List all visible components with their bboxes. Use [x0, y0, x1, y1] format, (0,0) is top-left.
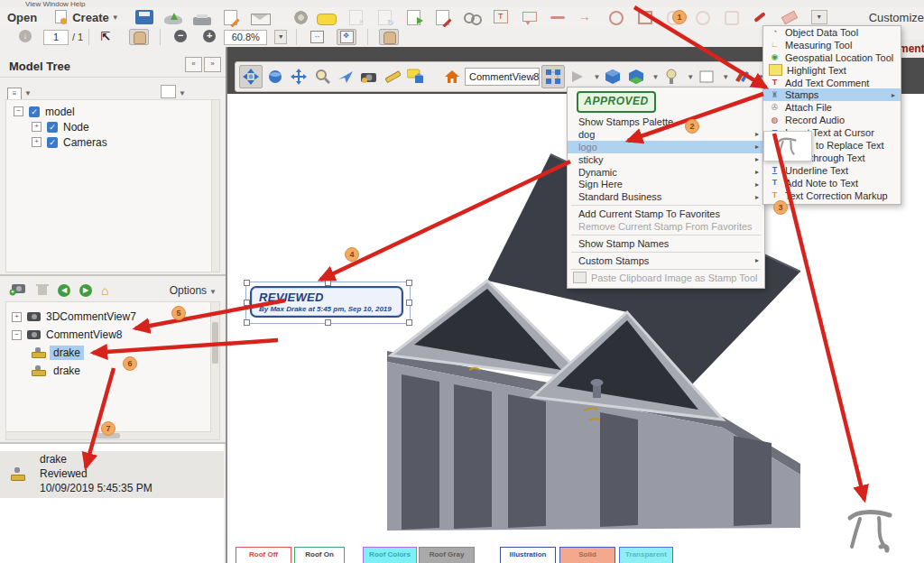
link-icon[interactable]	[463, 10, 481, 24]
model-color-dropdown-arrow[interactable]: ▼	[651, 73, 659, 81]
hand-tool-icon[interactable]	[129, 29, 149, 45]
roof-on-button[interactable]: Roof On	[294, 547, 345, 563]
view-item-3dcommentview7[interactable]: + 3DCommentView7	[6, 308, 219, 326]
default-view-home-icon[interactable]	[441, 66, 463, 88]
roof-colors-button[interactable]: Roof Colors	[363, 547, 417, 563]
play-animation-icon[interactable]	[567, 66, 588, 88]
menu-item-show-stamps-palette[interactable]: Show Stamps Palette	[568, 115, 764, 128]
zoom-dropdown-arrow[interactable]: ▼	[273, 30, 285, 44]
tree-item-node[interactable]: + ✓ Node	[6, 119, 219, 134]
menu-item-highlight-text[interactable]: Highlight Text	[763, 64, 901, 77]
roof-gray-button[interactable]: Roof Gray	[419, 547, 475, 563]
menu-item-record-audio[interactable]: ◍Record Audio	[763, 114, 901, 126]
model-color-cube-icon[interactable]	[625, 66, 647, 88]
settings-gear-icon[interactable]	[294, 11, 308, 24]
lighting-dropdown-arrow[interactable]: ▼	[687, 73, 694, 81]
eraser-tool-icon[interactable]	[781, 10, 799, 24]
background-color-swatch[interactable]	[696, 66, 717, 88]
more-tools-dropdown[interactable]: ▼	[809, 10, 827, 24]
menu-item-standard-business[interactable]: Standard Business▸	[568, 190, 764, 203]
textbox-tool-icon[interactable]: T	[492, 10, 510, 24]
circle-tool-icon[interactable]	[607, 10, 625, 24]
callout-tool-icon[interactable]	[521, 10, 539, 24]
menu-item-measuring-tool[interactable]: ∟Measuring Tool	[763, 39, 901, 51]
next-view-icon[interactable]: ▶	[79, 284, 92, 297]
menu-item-dog[interactable]: dog▸	[568, 128, 764, 141]
menu-item-add-note-to-text[interactable]: TAdd Note to Text	[763, 177, 901, 189]
reviewed-stamp[interactable]: REVIEWED By Max Drake at 5:45 pm, Sep 10…	[250, 286, 403, 318]
play-dropdown-arrow[interactable]: ▼	[593, 73, 600, 81]
page-down-icon[interactable]: ↓	[16, 30, 34, 44]
rotate-tool-icon[interactable]	[239, 65, 263, 88]
menu-item-sign-here[interactable]: Sign Here▸	[568, 178, 764, 190]
pan-tool-icon[interactable]	[288, 66, 310, 88]
pencil-tool-icon[interactable]	[752, 10, 770, 24]
approved-stamp-preview[interactable]: APPROVED	[577, 91, 656, 113]
menu-item-stamps[interactable]: ♜Stamps▸	[763, 88, 901, 101]
cloud-upload-icon[interactable]	[164, 15, 182, 24]
transparent-button[interactable]: Transparent	[619, 547, 673, 563]
stamp-tool-icon[interactable]	[694, 10, 712, 24]
create-dropdown-arrow[interactable]: ▼	[112, 14, 119, 22]
lighting-icon[interactable]	[661, 66, 682, 88]
tree-item-model[interactable]: − ✓ model	[6, 104, 219, 119]
checkbox-checked-icon[interactable]: ✓	[47, 122, 58, 133]
open-button[interactable]: Open	[7, 11, 37, 24]
camera-view-icon[interactable]	[358, 66, 380, 88]
home-view-icon[interactable]: ⌂	[101, 284, 108, 297]
measure-tool-icon[interactable]	[382, 66, 403, 88]
select-tool-icon[interactable]: ⇱	[100, 30, 118, 44]
comment-panel-tab-fragment[interactable]: ment	[899, 40, 924, 58]
doc-edit-icon[interactable]	[434, 10, 452, 24]
save-icon[interactable]	[135, 10, 153, 24]
menu-item-sticky[interactable]: sticky▸	[568, 153, 764, 166]
polygon-tool-icon[interactable]	[723, 10, 741, 24]
views-options-button[interactable]: Options▼	[170, 284, 217, 297]
print-icon[interactable]	[193, 17, 211, 25]
create-button[interactable]: Create	[72, 11, 108, 24]
model-tree-scrollbar[interactable]	[211, 100, 219, 272]
tree-color-swatch[interactable]: ▼	[161, 83, 186, 99]
fill-sign-icon[interactable]	[222, 10, 240, 24]
checkbox-checked-icon[interactable]: ✓	[47, 137, 58, 148]
zoom-in-icon[interactable]: +	[200, 30, 218, 44]
doc-import-icon[interactable]	[405, 10, 423, 24]
view-item-commentview8[interactable]: − CommentView8	[6, 326, 219, 344]
add-view-camera-icon[interactable]	[9, 282, 27, 300]
delete-view-trash-icon[interactable]	[36, 282, 49, 300]
comment-row-selected[interactable]: drake Reviewed 10/09/2019 5:45:35 PM	[0, 451, 224, 498]
checkbox-checked-icon[interactable]: ✓	[29, 106, 40, 117]
model-tree-toggle-icon[interactable]	[541, 65, 565, 88]
illustration-button[interactable]: Illustration	[500, 547, 556, 563]
spin-tool-icon[interactable]	[264, 66, 286, 88]
menu-item-text-correction[interactable]: TText Correction Markup	[763, 189, 901, 202]
expand-box-icon[interactable]: +	[32, 137, 42, 147]
background-dropdown-arrow[interactable]: ▼	[722, 73, 729, 81]
expand-box-icon[interactable]: +	[32, 122, 42, 132]
pi-logo-stamp[interactable]	[845, 503, 899, 556]
menu-item-dynamic[interactable]: Dynamic▸	[568, 166, 764, 179]
collapse-box-icon[interactable]: −	[12, 330, 22, 340]
pan-zoom-icon[interactable]	[379, 29, 399, 45]
menu-item-add-current-stamp[interactable]: Add Current Stamp To Favorites	[568, 208, 764, 220]
arrow-tool-icon[interactable]: →	[578, 10, 596, 24]
comment-bubble-icon[interactable]	[317, 14, 337, 25]
tree-item-cameras[interactable]: + ✓ Cameras	[6, 134, 219, 150]
fit-page-icon[interactable]	[337, 29, 356, 45]
zoom-tool-icon[interactable]	[311, 66, 333, 88]
panel-expand-button[interactable]: »	[204, 57, 221, 72]
menu-item-object-data-tool[interactable]: ◔Object Data Tool	[763, 26, 901, 39]
menu-item-custom-stamps[interactable]: Custom Stamps▸	[568, 254, 764, 267]
cross-section-icon[interactable]	[731, 66, 753, 88]
doc-refresh-icon[interactable]	[376, 10, 394, 24]
previous-view-icon[interactable]: ◀	[58, 284, 70, 297]
doc-close-icon[interactable]	[347, 10, 365, 24]
zoom-out-icon[interactable]: −	[171, 30, 189, 44]
view-item-drake[interactable]: drake	[6, 362, 219, 380]
menu-item-geospatial-tool[interactable]: ◉Geospatial Location Tool	[763, 51, 901, 64]
fly-tool-icon[interactable]	[335, 66, 356, 88]
view-selector[interactable]: CommentView8	[465, 68, 540, 86]
tree-options-icon[interactable]: ≡▼	[7, 83, 32, 100]
comment-3d-icon[interactable]	[405, 66, 427, 88]
menu-item-add-text-comment[interactable]: TAdd Text Comment	[763, 77, 901, 89]
